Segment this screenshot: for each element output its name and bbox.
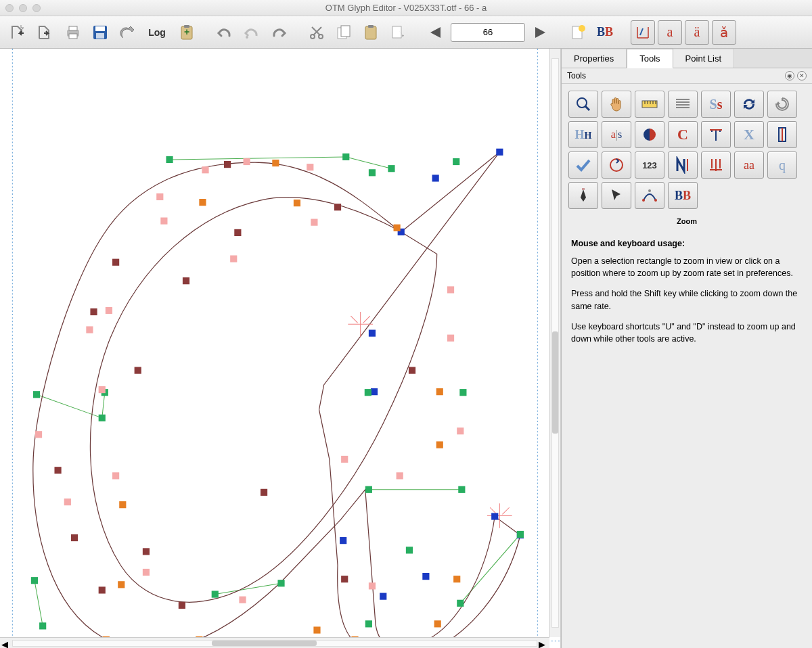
svg-rect-68 (365, 389, 371, 396)
align-tool[interactable] (701, 152, 731, 179)
tools-panel-header: Tools ◉ ✕ (562, 68, 812, 84)
measure-tool[interactable] (635, 91, 664, 118)
metrics-button[interactable] (631, 20, 655, 45)
main-toolbar: Log + BB a ä ǎ (0, 16, 812, 49)
tools-panel-title: Tools (567, 71, 586, 80)
svg-rect-114 (369, 582, 376, 589)
panel-close-icon[interactable]: ✕ (797, 71, 807, 80)
svg-line-27 (215, 583, 281, 594)
prev-glyph-button[interactable] (424, 20, 448, 45)
hinting-tool[interactable]: HH (568, 121, 598, 148)
svg-rect-15 (368, 25, 374, 28)
svg-rect-44 (380, 593, 386, 600)
svg-rect-71 (99, 415, 106, 421)
copy-button[interactable] (332, 20, 356, 45)
direction-tool[interactable] (602, 152, 631, 179)
check-tool[interactable] (568, 152, 598, 179)
contour-tool[interactable]: C (668, 121, 698, 148)
new-glyph-button[interactable] (566, 20, 590, 45)
bold-tool[interactable]: BB (668, 182, 698, 209)
svg-rect-95 (143, 548, 150, 555)
svg-rect-64 (388, 165, 394, 172)
svg-rect-65 (453, 158, 459, 165)
panel-detach-icon[interactable]: ◉ (785, 71, 794, 80)
cut-button[interactable] (304, 20, 329, 45)
glyph-canvas[interactable] (0, 49, 560, 648)
help-p2: Press and hold the Shift key while click… (571, 287, 803, 312)
svg-rect-93 (179, 602, 185, 609)
scroll-right-icon[interactable]: ▶ (539, 639, 548, 647)
print-button[interactable] (61, 20, 85, 45)
tail-tool[interactable]: q (767, 152, 797, 179)
pointer-tool[interactable] (602, 182, 631, 209)
tool-grid: SsHHa|sCX123aaqBB (562, 84, 812, 216)
undo-history-button[interactable] (240, 20, 264, 45)
zoom-tool[interactable] (568, 91, 598, 118)
undo-button[interactable] (212, 20, 237, 45)
curve-tool[interactable] (635, 182, 664, 209)
selected-tool-label: Zoom (562, 216, 812, 231)
horizontal-scrollbar[interactable]: ◀ ▶ (0, 637, 549, 648)
svg-rect-56 (118, 581, 125, 588)
svg-rect-59 (313, 626, 320, 633)
svg-rect-80 (365, 620, 372, 627)
svg-rect-101 (307, 164, 313, 170)
svg-rect-69 (459, 389, 466, 396)
vertical-scrollbar[interactable] (549, 49, 560, 637)
svg-rect-100 (156, 193, 163, 200)
svg-rect-63 (342, 154, 349, 160)
svg-rect-111 (143, 569, 150, 576)
tab-tools[interactable]: Tools (627, 49, 673, 68)
svg-rect-5 (96, 33, 104, 39)
window-title: OTM Glyph Editor - V025X33T.otf - 66 - a (0, 3, 812, 13)
kerning-tool[interactable]: aa (734, 152, 764, 179)
svg-rect-90 (54, 467, 61, 473)
tab-properties[interactable]: Properties (562, 49, 627, 68)
scroll-left-icon[interactable]: ◀ (1, 639, 11, 647)
overlap-tool[interactable]: Ss (701, 91, 731, 118)
glyph-a-diacritic2-button[interactable]: ǎ (712, 20, 736, 45)
numbers-tool[interactable]: 123 (635, 152, 664, 179)
svg-line-37 (363, 316, 370, 323)
svg-rect-94 (341, 576, 348, 582)
stem-tool[interactable] (668, 152, 698, 179)
settings-button[interactable] (115, 20, 139, 45)
export-button[interactable] (34, 20, 58, 45)
svg-rect-103 (99, 386, 106, 393)
log-button[interactable]: Log (142, 20, 172, 45)
sidebearing-tool[interactable]: a|s (602, 121, 631, 148)
svg-rect-74 (406, 547, 413, 553)
help-p1: Open a selection rectangle to zoom in vi… (571, 255, 803, 279)
remove-tool[interactable]: X (734, 121, 764, 148)
svg-rect-118 (311, 219, 317, 226)
glyph-a-diacritic1-button[interactable]: ä (685, 20, 709, 45)
svg-rect-13 (341, 26, 350, 37)
svg-rect-76 (39, 622, 46, 629)
bold-preview-button[interactable]: BB (593, 20, 617, 45)
sync-tool[interactable] (734, 91, 764, 118)
guides-tool[interactable] (668, 91, 698, 118)
paste-link-button[interactable] (386, 20, 410, 45)
contrast-tool[interactable] (635, 121, 664, 148)
glyph-index-input[interactable] (451, 23, 525, 42)
pen-tool[interactable] (568, 182, 598, 209)
svg-point-9 (246, 36, 248, 39)
svg-rect-99 (202, 166, 208, 173)
split-tool[interactable] (767, 121, 797, 148)
tab-point-list[interactable]: Point List (673, 49, 734, 68)
import-button[interactable] (7, 20, 31, 45)
glyph-a-outline-button[interactable]: a (658, 20, 682, 45)
save-button[interactable] (88, 20, 112, 45)
tool-help-text: Mouse and keyboard usage: Open a selecti… (562, 231, 812, 360)
redo-button[interactable] (267, 20, 291, 45)
next-glyph-button[interactable] (528, 20, 552, 45)
pan-tool[interactable] (602, 91, 631, 118)
svg-rect-70 (33, 391, 40, 398)
refresh-tool[interactable] (767, 91, 797, 118)
svg-point-124 (642, 199, 645, 202)
baseline-tool[interactable] (701, 121, 731, 148)
svg-rect-86 (135, 367, 141, 373)
svg-rect-91 (71, 534, 78, 541)
clipboard-add-button[interactable]: + (175, 20, 199, 45)
paste-button[interactable] (359, 20, 383, 45)
